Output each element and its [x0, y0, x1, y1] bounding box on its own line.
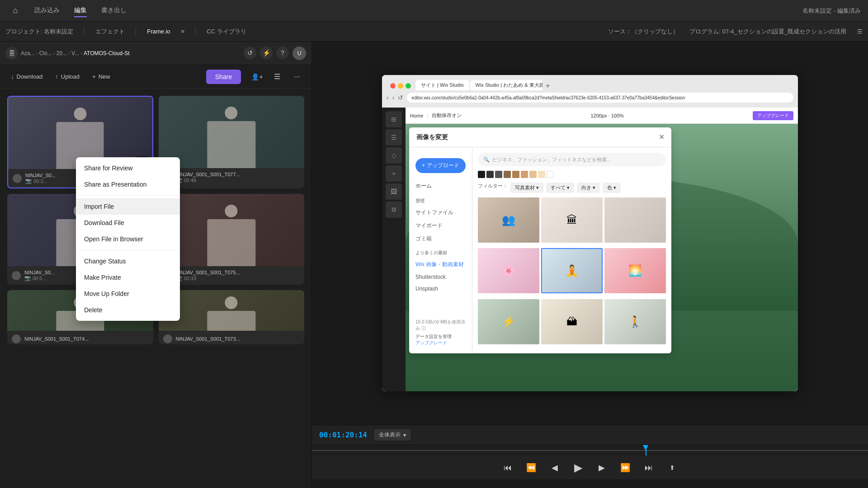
browser-tab-1[interactable]: サイト | Wix Studio [415, 80, 469, 90]
image-cell-1[interactable]: 👥 [478, 197, 539, 243]
context-menu-download-file[interactable]: Download File [76, 215, 180, 231]
go-to-end-button[interactable]: ⏭ [642, 460, 656, 475]
context-menu-import-file[interactable]: Import File [76, 198, 180, 215]
upload-button[interactable]: ↑ Upload [52, 70, 83, 83]
video-card-2[interactable]: NINJAV_S001_S001_T077... 📷00:46 [159, 96, 305, 188]
swatch-white[interactable] [547, 171, 554, 178]
context-menu-make-private[interactable]: Make Private [76, 269, 180, 286]
home-button[interactable]: ⌂ [7, 3, 24, 19]
more-options-button[interactable]: ··· [290, 70, 304, 84]
wix-upgrade-button[interactable]: アップグレード [753, 111, 793, 120]
image-cell-4[interactable]: 🌸 [478, 248, 539, 293]
context-menu-share-for-review[interactable]: Share for Review [76, 160, 180, 176]
wix-home-icon[interactable]: ⊞ [386, 111, 402, 127]
wix-media-icon[interactable]: 🖼 [386, 183, 402, 200]
data-management-link[interactable]: データ設定を管理 [415, 333, 466, 340]
help-button[interactable]: ? [276, 47, 289, 59]
new-tab-button[interactable]: + [543, 81, 552, 90]
project-nav-item[interactable]: プロジェクト: 名称未設定 [5, 28, 73, 36]
sidebar-wix-media-item[interactable]: Wix 画像・動画素材 [409, 258, 472, 271]
video-card-6[interactable]: NINJAV_S001_S001_T073... [159, 290, 305, 344]
share-button[interactable]: Share [206, 70, 241, 84]
swatch-tan[interactable] [512, 171, 519, 178]
frame-forward-button[interactable]: ▶ [594, 460, 609, 475]
context-menu-move-up-folder[interactable]: Move Up Folder [76, 286, 180, 302]
swatch-dark[interactable] [486, 171, 494, 178]
sidebar-home-item[interactable]: ホーム [409, 178, 472, 193]
wix-home-link[interactable]: Home [410, 113, 423, 118]
swatch-gray[interactable] [495, 171, 502, 178]
swatch-cream[interactable] [538, 171, 545, 178]
nav-item-export[interactable]: 書き出し [101, 5, 127, 17]
image-cell-3[interactable] [604, 197, 666, 243]
step-back-button[interactable]: ⏪ [524, 460, 538, 475]
orientation-filter[interactable]: 向き ▾ [577, 183, 600, 193]
program-menu-icon[interactable]: ☰ [857, 28, 863, 35]
frameio-menu-icon[interactable]: ≡ [181, 28, 185, 35]
wix-add-icon[interactable]: + [386, 165, 402, 182]
add-user-button[interactable]: 👤+ [250, 70, 264, 84]
wix-settings-icon[interactable]: ⚙ [386, 202, 402, 218]
effects-nav-item[interactable]: エフェクト [95, 28, 125, 36]
frame-back-button[interactable]: ◀ [547, 460, 562, 475]
context-menu-share-as-presentation[interactable]: Share as Presentation [76, 176, 180, 192]
sidebar-myboard-item[interactable]: マイボード [409, 219, 472, 232]
nav-item-edit[interactable]: 編集 [74, 5, 87, 17]
image-cell-6[interactable]: 🌅 [604, 248, 666, 293]
upgrade-link[interactable]: アップグレード [415, 340, 466, 346]
storage-icon-button[interactable]: 🗄 [5, 47, 18, 60]
swatch-sand[interactable] [521, 171, 528, 178]
image-cell-8[interactable]: 🏔 [541, 299, 603, 344]
frameio-nav-item[interactable]: Frame.io [147, 28, 170, 35]
lightning-button[interactable]: ⚡ [260, 47, 273, 59]
new-button[interactable]: + New [89, 70, 114, 83]
refresh-button[interactable]: ↺ [244, 47, 256, 59]
breadcrumb-20[interactable]: 20... [57, 50, 67, 56]
breadcrumb-aza[interactable]: Aza... [21, 50, 35, 56]
image-cell-2[interactable]: 🏛 [541, 197, 603, 243]
image-cell-7[interactable]: ⚡ [478, 299, 539, 344]
back-button[interactable]: ‹ [387, 94, 389, 101]
dialog-close-icon[interactable]: × [659, 132, 664, 142]
wix-pages-icon[interactable]: ☰ [386, 129, 402, 145]
download-button[interactable]: ↓ Download [7, 70, 46, 83]
swatch-black[interactable] [478, 171, 485, 178]
color-filter[interactable]: 色 ▾ [603, 183, 621, 193]
swatch-brown[interactable] [504, 171, 511, 178]
play-button[interactable]: ▶ [571, 460, 585, 475]
context-menu-open-file-in-browser[interactable]: Open File in Browser [76, 231, 180, 247]
minimize-light[interactable] [398, 83, 403, 89]
go-to-start-button[interactable]: ⏮ [500, 460, 515, 475]
avatar-button[interactable]: U [292, 47, 306, 60]
breadcrumb-v[interactable]: V... [71, 50, 79, 56]
reload-button[interactable]: ↺ [398, 94, 403, 101]
upload-button-dialog[interactable]: + アップロード [415, 158, 466, 173]
context-menu-change-status[interactable]: Change Status [76, 253, 180, 269]
view-select[interactable]: 全体表示 ▾ [374, 429, 410, 441]
all-filter[interactable]: すべて ▾ [546, 183, 574, 193]
breadcrumb-clo[interactable]: Clo... [39, 50, 52, 56]
video-card-4[interactable]: NINJAV_S001_S001_T075... 📷00:33 [159, 194, 305, 285]
swatch-light-sand[interactable] [529, 171, 537, 178]
nav-item-import[interactable]: 読み込み [34, 5, 60, 17]
forward-button[interactable]: › [392, 94, 395, 101]
sidebar-trash-item[interactable]: ゴミ箱 [409, 232, 472, 245]
wix-design-icon[interactable]: ◇ [386, 147, 402, 164]
image-cell-5[interactable]: 🧘 [541, 248, 603, 293]
sidebar-site-files-item[interactable]: サイトファイル [409, 206, 472, 219]
export-button[interactable]: ⬆ [665, 460, 679, 475]
close-light[interactable] [390, 83, 396, 89]
image-cell-9[interactable]: 🚶 [604, 299, 666, 344]
step-forward-button[interactable]: ⏩ [618, 460, 632, 475]
sidebar-shutterstock-item[interactable]: Shutterstock [409, 271, 472, 283]
cc-libraries-nav-item[interactable]: CC ライブラリ [207, 28, 246, 36]
photo-type-filter[interactable]: 写真素材 ▾ [510, 183, 543, 193]
timeline-bar[interactable] [312, 445, 868, 456]
maximize-light[interactable] [406, 83, 411, 89]
sidebar-unsplash-item[interactable]: Unsplash [409, 283, 472, 295]
context-menu-delete[interactable]: Delete [76, 302, 180, 318]
image-search-bar[interactable]: 🔍 ビジネス、ファッション、フィットネスなどを検索... [478, 153, 666, 166]
browser-tab-2[interactable]: Wix Studio | わたあめ & 東大路 [470, 80, 542, 90]
list-view-button[interactable]: ☰ [270, 70, 284, 84]
browser-url-bar[interactable]: editor.wix.com/studio/cs5e0b6a2-0a04-442… [407, 93, 793, 103]
